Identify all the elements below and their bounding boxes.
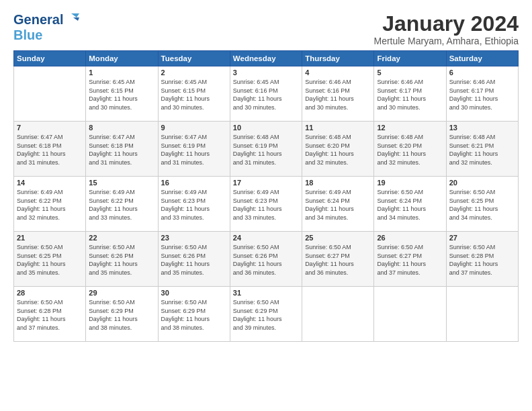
day-number: 19 (377, 179, 443, 187)
day-info: Sunrise: 6:46 AMSunset: 6:16 PMDaylight:… (305, 79, 354, 111)
day-info: Sunrise: 6:50 AMSunset: 6:26 PMDaylight:… (233, 244, 282, 276)
day-number: 17 (233, 179, 299, 187)
calendar-week-3: 14Sunrise: 6:49 AMSunset: 6:22 PMDayligh… (14, 177, 519, 232)
day-number: 25 (305, 234, 371, 242)
calendar-cell: 11Sunrise: 6:48 AMSunset: 6:20 PMDayligh… (302, 122, 374, 177)
page: General Blue January 2024 Mertule Maryam… (0, 0, 532, 411)
day-info: Sunrise: 6:50 AMSunset: 6:26 PMDaylight:… (161, 244, 210, 276)
day-number: 2 (161, 68, 227, 77)
day-number: 24 (233, 234, 299, 242)
calendar-cell: 21Sunrise: 6:50 AMSunset: 6:25 PMDayligh… (14, 232, 86, 287)
calendar-cell: 14Sunrise: 6:49 AMSunset: 6:22 PMDayligh… (14, 177, 86, 232)
calendar-cell: 1Sunrise: 6:45 AMSunset: 6:15 PMDaylight… (86, 66, 158, 122)
calendar-cell: 19Sunrise: 6:50 AMSunset: 6:24 PMDayligh… (374, 177, 446, 232)
logo-blue-text: Blue (13, 28, 63, 43)
day-number: 27 (449, 234, 515, 242)
day-info: Sunrise: 6:50 AMSunset: 6:24 PMDaylight:… (377, 189, 426, 221)
calendar-week-4: 21Sunrise: 6:50 AMSunset: 6:25 PMDayligh… (14, 232, 519, 287)
day-number: 26 (377, 234, 443, 242)
calendar-cell: 3Sunrise: 6:45 AMSunset: 6:16 PMDaylight… (230, 66, 302, 122)
day-number: 13 (449, 124, 515, 132)
calendar-cell: 18Sunrise: 6:49 AMSunset: 6:24 PMDayligh… (302, 177, 374, 232)
day-number: 28 (17, 289, 83, 297)
logo-bird-icon (64, 12, 81, 28)
calendar-cell: 26Sunrise: 6:50 AMSunset: 6:27 PMDayligh… (374, 232, 446, 287)
header-row: Sunday Monday Tuesday Wednesday Thursday… (14, 51, 519, 66)
day-number: 5 (377, 68, 443, 77)
day-info: Sunrise: 6:49 AMSunset: 6:22 PMDaylight:… (89, 189, 138, 221)
month-title: January 2024 (373, 12, 519, 36)
calendar-cell: 27Sunrise: 6:50 AMSunset: 6:28 PMDayligh… (446, 232, 518, 287)
day-info: Sunrise: 6:45 AMSunset: 6:16 PMDaylight:… (233, 79, 282, 111)
col-saturday: Saturday (446, 51, 518, 66)
day-info: Sunrise: 6:50 AMSunset: 6:25 PMDaylight:… (17, 244, 66, 276)
day-info: Sunrise: 6:49 AMSunset: 6:23 PMDaylight:… (233, 189, 282, 221)
day-number: 8 (89, 124, 154, 132)
calendar-cell: 5Sunrise: 6:46 AMSunset: 6:17 PMDaylight… (374, 66, 446, 122)
calendar-table: Sunday Monday Tuesday Wednesday Thursday… (13, 50, 519, 342)
col-tuesday: Tuesday (158, 51, 230, 66)
day-info: Sunrise: 6:48 AMSunset: 6:20 PMDaylight:… (377, 134, 426, 166)
day-info: Sunrise: 6:47 AMSunset: 6:18 PMDaylight:… (89, 134, 138, 166)
day-number: 6 (449, 68, 515, 77)
calendar-cell: 30Sunrise: 6:50 AMSunset: 6:29 PMDayligh… (158, 287, 230, 342)
day-info: Sunrise: 6:47 AMSunset: 6:18 PMDaylight:… (17, 134, 66, 166)
calendar-cell: 25Sunrise: 6:50 AMSunset: 6:27 PMDayligh… (302, 232, 374, 287)
svg-marker-1 (73, 17, 79, 21)
day-info: Sunrise: 6:50 AMSunset: 6:29 PMDaylight:… (233, 299, 282, 331)
calendar-cell: 17Sunrise: 6:49 AMSunset: 6:23 PMDayligh… (230, 177, 302, 232)
day-number: 22 (89, 234, 154, 242)
location-subtitle: Mertule Maryam, Amhara, Ethiopia (373, 36, 519, 46)
day-number: 23 (161, 234, 227, 242)
day-number: 31 (233, 289, 299, 297)
calendar-cell (14, 66, 86, 122)
calendar-week-1: 1Sunrise: 6:45 AMSunset: 6:15 PMDaylight… (14, 66, 519, 122)
day-number: 9 (161, 124, 227, 132)
calendar-cell: 12Sunrise: 6:48 AMSunset: 6:20 PMDayligh… (374, 122, 446, 177)
calendar-cell: 20Sunrise: 6:50 AMSunset: 6:25 PMDayligh… (446, 177, 518, 232)
day-number: 3 (233, 68, 299, 77)
calendar-cell: 13Sunrise: 6:48 AMSunset: 6:21 PMDayligh… (446, 122, 518, 177)
logo-general-text: General (13, 12, 63, 28)
calendar-cell: 9Sunrise: 6:47 AMSunset: 6:19 PMDaylight… (158, 122, 230, 177)
day-info: Sunrise: 6:46 AMSunset: 6:17 PMDaylight:… (449, 79, 498, 111)
day-info: Sunrise: 6:50 AMSunset: 6:27 PMDaylight:… (377, 244, 426, 276)
calendar-cell: 28Sunrise: 6:50 AMSunset: 6:28 PMDayligh… (14, 287, 86, 342)
day-number: 21 (17, 234, 83, 242)
day-number: 30 (161, 289, 227, 297)
day-info: Sunrise: 6:50 AMSunset: 6:27 PMDaylight:… (305, 244, 354, 276)
calendar-cell: 24Sunrise: 6:50 AMSunset: 6:26 PMDayligh… (230, 232, 302, 287)
calendar-body: 1Sunrise: 6:45 AMSunset: 6:15 PMDaylight… (14, 66, 519, 342)
day-number: 10 (233, 124, 299, 132)
calendar-cell: 22Sunrise: 6:50 AMSunset: 6:26 PMDayligh… (86, 232, 158, 287)
calendar-cell: 31Sunrise: 6:50 AMSunset: 6:29 PMDayligh… (230, 287, 302, 342)
day-info: Sunrise: 6:50 AMSunset: 6:28 PMDaylight:… (17, 299, 66, 331)
calendar-cell: 10Sunrise: 6:48 AMSunset: 6:19 PMDayligh… (230, 122, 302, 177)
calendar-cell: 8Sunrise: 6:47 AMSunset: 6:18 PMDaylight… (86, 122, 158, 177)
calendar-cell: 6Sunrise: 6:46 AMSunset: 6:17 PMDaylight… (446, 66, 518, 122)
calendar-cell: 15Sunrise: 6:49 AMSunset: 6:22 PMDayligh… (86, 177, 158, 232)
day-info: Sunrise: 6:45 AMSunset: 6:15 PMDaylight:… (89, 79, 138, 111)
day-info: Sunrise: 6:49 AMSunset: 6:23 PMDaylight:… (161, 189, 210, 221)
day-info: Sunrise: 6:50 AMSunset: 6:28 PMDaylight:… (449, 244, 498, 276)
svg-marker-0 (71, 13, 79, 17)
day-info: Sunrise: 6:50 AMSunset: 6:26 PMDaylight:… (89, 244, 138, 276)
day-info: Sunrise: 6:46 AMSunset: 6:17 PMDaylight:… (377, 79, 426, 111)
calendar-cell: 4Sunrise: 6:46 AMSunset: 6:16 PMDaylight… (302, 66, 374, 122)
col-sunday: Sunday (14, 51, 86, 66)
day-number: 12 (377, 124, 443, 132)
day-info: Sunrise: 6:49 AMSunset: 6:24 PMDaylight:… (305, 189, 354, 221)
day-number: 4 (305, 68, 371, 77)
col-wednesday: Wednesday (230, 51, 302, 66)
header: General Blue January 2024 Mertule Maryam… (13, 12, 519, 46)
col-monday: Monday (86, 51, 158, 66)
day-number: 15 (89, 179, 154, 187)
calendar-cell: 23Sunrise: 6:50 AMSunset: 6:26 PMDayligh… (158, 232, 230, 287)
day-number: 20 (449, 179, 515, 187)
day-number: 29 (89, 289, 154, 297)
calendar-cell: 16Sunrise: 6:49 AMSunset: 6:23 PMDayligh… (158, 177, 230, 232)
calendar-cell (374, 287, 446, 342)
calendar-cell (302, 287, 374, 342)
day-info: Sunrise: 6:50 AMSunset: 6:29 PMDaylight:… (161, 299, 210, 331)
calendar-week-5: 28Sunrise: 6:50 AMSunset: 6:28 PMDayligh… (14, 287, 519, 342)
